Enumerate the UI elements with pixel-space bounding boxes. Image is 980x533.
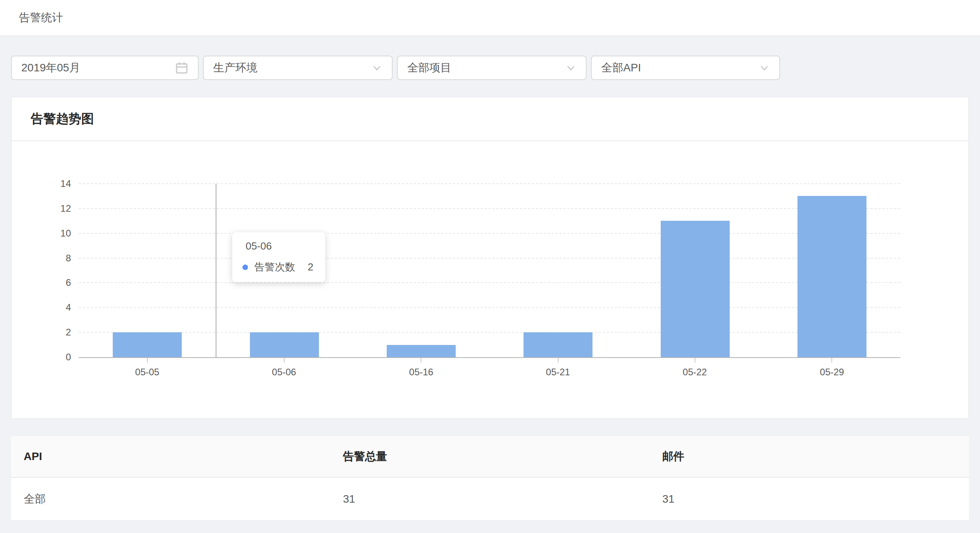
tooltip-row: 告警次数 2	[242, 260, 315, 274]
x-axis-tick	[558, 358, 559, 363]
table-header-row: API告警总量邮件	[11, 436, 969, 478]
table-cell: 全部	[11, 478, 330, 520]
month-picker[interactable]: 2019年05月	[11, 56, 199, 80]
x-axis-category-label: 05-06	[216, 367, 352, 378]
trend-card: 告警趋势图 05-06 告警次数 2 0246810121405-0505-06…	[11, 97, 969, 419]
y-gridline	[79, 307, 900, 308]
api-select[interactable]: 全部API	[591, 56, 780, 80]
tooltip-crosshair-line	[216, 184, 216, 357]
chevron-down-icon	[371, 62, 382, 73]
project-select-value: 全部项目	[407, 60, 451, 75]
chart-tooltip: 05-06 告警次数 2	[232, 232, 325, 282]
table-cell: 31	[330, 478, 650, 520]
api-table: API告警总量邮件 全部3131	[11, 436, 969, 520]
x-axis-category-label: 05-05	[79, 367, 216, 378]
env-select-value: 生产环境	[213, 60, 257, 75]
y-gridline	[79, 233, 900, 234]
tooltip-value: 2	[308, 261, 315, 273]
tooltip-series-label: 告警次数	[254, 260, 295, 274]
y-gridline	[79, 332, 900, 333]
tooltip-title: 05-06	[246, 240, 315, 252]
table-cell: 31	[650, 478, 969, 520]
env-select[interactable]: 生产环境	[203, 56, 393, 80]
y-axis-tick-label: 6	[28, 277, 71, 289]
x-axis-tick	[421, 358, 421, 363]
y-axis-tick-label: 0	[28, 351, 71, 363]
trend-card-title: 告警趋势图	[31, 110, 94, 128]
api-select-value: 全部API	[601, 60, 641, 75]
x-axis-category-label: 05-21	[490, 367, 626, 378]
x-axis-category-label: 05-29	[764, 367, 900, 378]
bar-05-05[interactable]	[113, 332, 182, 357]
y-gridline	[79, 208, 900, 209]
page-title: 告警统计	[19, 10, 63, 25]
project-select[interactable]: 全部项目	[397, 56, 587, 80]
bar-05-16[interactable]	[387, 345, 456, 357]
y-axis-tick-label: 12	[28, 203, 71, 214]
x-axis-tick	[831, 358, 832, 363]
y-axis-tick-label: 8	[28, 252, 71, 264]
x-axis-tick	[284, 358, 285, 363]
table-body: 全部3131	[11, 478, 969, 520]
chevron-down-icon	[759, 62, 770, 73]
bar-05-29[interactable]	[797, 196, 866, 357]
page-header: 告警统计	[0, 0, 980, 36]
x-axis-category-label: 05-22	[626, 367, 763, 378]
table-header-cell: API	[11, 436, 330, 477]
y-axis-tick-label: 10	[28, 227, 71, 239]
bar-05-06[interactable]	[250, 332, 319, 357]
trend-card-header: 告警趋势图	[12, 97, 968, 141]
y-gridline	[79, 258, 900, 259]
table-row: 全部3131	[11, 478, 969, 520]
y-axis-tick-label: 2	[28, 326, 71, 338]
month-picker-value: 2019年05月	[21, 60, 80, 75]
y-axis-tick-label: 4	[28, 302, 71, 313]
x-axis-tick	[695, 358, 695, 363]
calendar-icon	[175, 61, 188, 75]
table-header-cell: 告警总量	[330, 436, 650, 477]
y-axis-tick-label: 14	[28, 178, 71, 190]
filter-bar: 2019年05月 生产环境 全部项目 全部API	[11, 56, 969, 80]
y-gridline	[79, 282, 900, 283]
chevron-down-icon	[565, 62, 576, 73]
series-dot-icon	[242, 265, 248, 270]
bar-05-22[interactable]	[661, 221, 730, 357]
x-axis-category-label: 05-16	[353, 367, 490, 378]
bar-05-21[interactable]	[524, 332, 592, 357]
alert-trend-chart: 05-06 告警次数 2 0246810121405-0505-0605-160…	[12, 141, 968, 418]
x-axis-tick	[147, 358, 148, 363]
y-gridline	[79, 183, 900, 184]
table-header-cell: 邮件	[650, 436, 969, 477]
x-axis-line	[79, 357, 900, 358]
